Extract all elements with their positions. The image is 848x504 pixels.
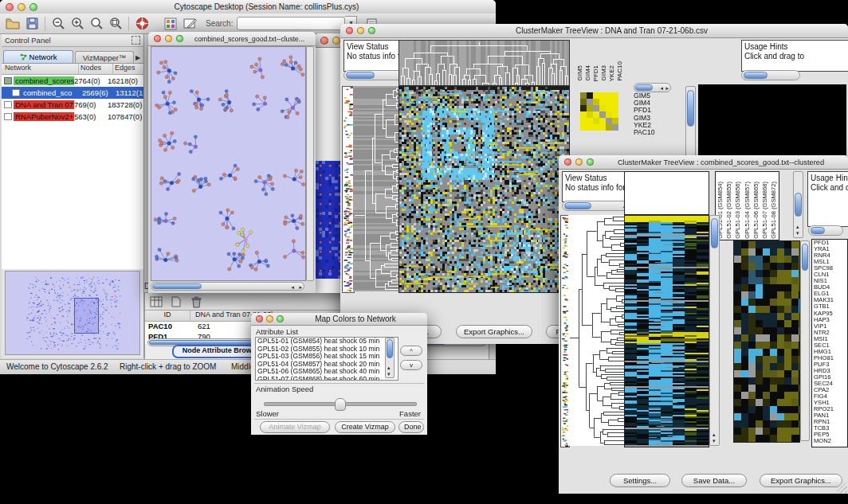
zoom-heatmap-cell[interactable] bbox=[580, 92, 587, 99]
array-column-label[interactable]: GPL51-04 (GSM857) bbox=[744, 182, 751, 239]
annotation-icon[interactable] bbox=[180, 15, 199, 33]
zoom-heatmap-cell[interactable] bbox=[593, 92, 599, 99]
minimize-icon[interactable] bbox=[357, 27, 364, 34]
gene-label[interactable]: RPO21 bbox=[814, 406, 847, 412]
treeview2-titlebar[interactable]: ClusterMaker TreeView : combined_scores_… bbox=[559, 155, 848, 170]
gene-label[interactable]: SEC1 bbox=[814, 342, 847, 349]
gene-label[interactable]: CLN1 bbox=[814, 272, 847, 278]
scroll-left-icon[interactable]: ◂ bbox=[291, 284, 294, 290]
zoom-heatmap-cell[interactable] bbox=[612, 111, 618, 118]
zoom-heatmap-cell[interactable] bbox=[587, 92, 593, 99]
zoom-heatmap-cell[interactable] bbox=[580, 118, 587, 124]
attribute-list-item[interactable]: GPL51-01 (GSM854) heat shock 05 min bbox=[257, 338, 398, 346]
export-graphics-button[interactable]: Export Graphics... bbox=[456, 325, 532, 338]
gene-label[interactable]: NTR2 bbox=[814, 330, 847, 336]
close-icon[interactable] bbox=[564, 158, 571, 166]
tab-vizmapper[interactable]: VizMapper™ bbox=[75, 51, 134, 63]
gene-label[interactable]: MSI1 bbox=[814, 336, 847, 342]
zoom-column-label[interactable]: PAC10 bbox=[616, 61, 623, 81]
zoom-heatmap-cell[interactable] bbox=[612, 124, 618, 131]
zoom-window-icon[interactable] bbox=[176, 35, 183, 42]
gene-label[interactable]: PHO81 bbox=[814, 355, 847, 361]
zoom-heatmap-cell[interactable] bbox=[599, 99, 606, 105]
tv2-vscrollbar[interactable]: ▴ ▾ bbox=[709, 215, 720, 446]
zoom-heatmap-cell[interactable] bbox=[599, 111, 606, 118]
done-button[interactable]: Done bbox=[398, 421, 424, 433]
tv2-row-dendrogram-canvas[interactable] bbox=[568, 215, 624, 446]
zoom-heatmap-cell[interactable] bbox=[587, 118, 593, 124]
zoom-out-button[interactable] bbox=[49, 15, 68, 33]
zoom-window-icon[interactable] bbox=[277, 315, 284, 322]
gene-label[interactable]: GIM3 bbox=[634, 115, 669, 122]
zoom-heatmap-cell[interactable] bbox=[593, 105, 599, 111]
gene-label[interactable]: NIS1 bbox=[814, 278, 847, 284]
close-icon[interactable] bbox=[320, 37, 328, 45]
zoom-heatmap-cell[interactable] bbox=[599, 124, 606, 131]
array-column-label[interactable]: GPL51-07 (GSM868) bbox=[762, 182, 768, 239]
gene-label[interactable]: PAC10 bbox=[634, 129, 669, 136]
tv2-zoom-vscrollbar[interactable] bbox=[800, 240, 810, 441]
search-input[interactable] bbox=[237, 17, 345, 30]
main-titlebar[interactable]: Cytoscape Desktop (Session Name: collins… bbox=[0, 0, 496, 14]
zoom-heatmap-cell[interactable] bbox=[599, 118, 606, 124]
minimize-icon[interactable] bbox=[165, 35, 172, 42]
gene-label[interactable]: GIM5 bbox=[634, 92, 669, 100]
save-session-button[interactable] bbox=[22, 15, 41, 33]
zoom-heatmap-cell[interactable] bbox=[593, 124, 599, 131]
gene-label[interactable]: VIP1 bbox=[814, 323, 847, 330]
minimize-icon[interactable] bbox=[18, 3, 26, 11]
scroll-down-icon[interactable]: ▾ bbox=[387, 371, 391, 377]
new-attribute-icon[interactable] bbox=[169, 295, 183, 308]
tv2-usage-scrollbar[interactable] bbox=[808, 225, 843, 236]
zoom-heatmap-cell[interactable] bbox=[587, 124, 593, 131]
tv1-usage-scrollbar[interactable] bbox=[741, 70, 800, 80]
open-session-button[interactable] bbox=[3, 15, 22, 33]
gene-label[interactable]: YSH1 bbox=[814, 400, 847, 406]
zoom-fit-button[interactable] bbox=[87, 15, 106, 33]
network-view-canvas[interactable] bbox=[151, 46, 306, 281]
slider-thumb[interactable] bbox=[335, 398, 346, 411]
tv1-column-dendrogram-canvas[interactable] bbox=[398, 40, 570, 86]
zoom-window-icon[interactable] bbox=[368, 27, 375, 34]
scroll-down-icon[interactable]: ▾ bbox=[796, 230, 799, 236]
close-icon[interactable] bbox=[6, 3, 14, 11]
zoom-heatmap-cell[interactable] bbox=[580, 124, 587, 131]
gene-label[interactable]: KAP95 bbox=[814, 311, 847, 317]
gene-label[interactable]: HAP3 bbox=[814, 317, 847, 323]
tv1-heatmap-canvas[interactable] bbox=[398, 86, 570, 293]
gene-label[interactable]: PFD1 bbox=[814, 240, 847, 246]
array-column-label[interactable]: GPL51-06 (GSM865) bbox=[753, 182, 760, 239]
scroll-right-icon[interactable]: ▸ bbox=[665, 85, 669, 91]
zoom-heatmap-cell[interactable] bbox=[612, 118, 618, 124]
gene-label[interactable]: YRA1 bbox=[814, 246, 847, 252]
network-tree-row[interactable]: combined_scores 2764(0) 16218(0) bbox=[2, 75, 143, 87]
attribute-select-icon[interactable] bbox=[149, 295, 163, 308]
gene-label[interactable]: SEC24 bbox=[814, 381, 847, 387]
tv2-heatmap-canvas[interactable] bbox=[624, 215, 709, 447]
attribute-list-item[interactable]: GPL51-04 (GSM857) heat shock 20 min bbox=[257, 361, 398, 369]
gene-label[interactable]: RNR4 bbox=[814, 252, 847, 259]
animate-vizmap-button[interactable]: Animate Vizmap bbox=[260, 421, 330, 433]
zoom-heatmap-cell[interactable] bbox=[612, 92, 618, 99]
gene-label[interactable]: CPA2 bbox=[814, 387, 847, 393]
zoom-heatmap-cell[interactable] bbox=[580, 105, 587, 111]
close-icon[interactable] bbox=[346, 27, 353, 34]
minimize-icon[interactable] bbox=[266, 315, 273, 322]
tv2-column-labels-scrollbar[interactable]: ▴ ▾ bbox=[793, 171, 803, 238]
scroll-right-icon[interactable]: ▸ bbox=[299, 284, 302, 290]
zoom-in-button[interactable] bbox=[68, 15, 87, 33]
gene-label[interactable]: PFD1 bbox=[634, 107, 669, 114]
minimize-icon[interactable] bbox=[575, 158, 583, 166]
scroll-left-icon[interactable]: ◂ bbox=[660, 85, 663, 91]
save-data-button[interactable]: Save Data... bbox=[681, 474, 747, 487]
gene-label[interactable]: PAN1 bbox=[814, 412, 847, 419]
export-graphics-button[interactable]: Export Graphics... bbox=[760, 474, 842, 487]
settings-button[interactable]: Settings... bbox=[610, 474, 670, 487]
gene-label[interactable]: GPI16 bbox=[814, 374, 847, 381]
attribute-list-item[interactable]: GPL51-06 (GSM865) heat shock 40 min bbox=[257, 368, 398, 376]
zoom-column-label[interactable]: GIM3 bbox=[600, 65, 607, 81]
attribute-list-scrollbar[interactable]: ▴ ▾ bbox=[385, 338, 395, 378]
network-tree-row[interactable]: RNAPuberNov2+ 563(0) 107847(0) bbox=[2, 111, 143, 123]
tab-overflow-arrow-icon[interactable]: ▶ bbox=[135, 54, 143, 63]
zoom-heatmap-cell[interactable] bbox=[580, 99, 587, 105]
